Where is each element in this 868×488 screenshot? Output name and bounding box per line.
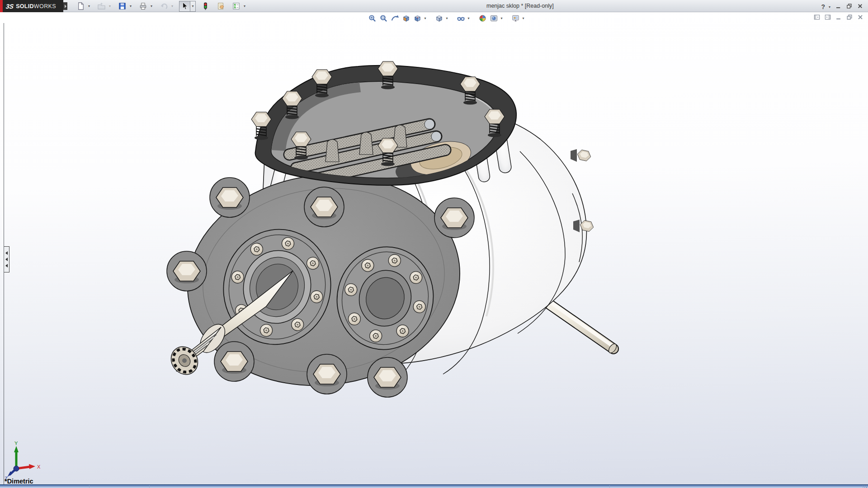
triad-y-label: Y bbox=[14, 441, 18, 446]
brand-works-text: WORKS bbox=[34, 3, 56, 9]
save-button[interactable] bbox=[117, 1, 128, 12]
view-orientation-label: *Dimetric bbox=[5, 478, 33, 485]
undo-dropdown[interactable]: ▾ bbox=[170, 1, 175, 12]
menu-expand-arrow-icon[interactable] bbox=[63, 2, 67, 10]
rebuild-group bbox=[200, 1, 211, 12]
undo-button[interactable] bbox=[158, 1, 170, 12]
print-button[interactable] bbox=[137, 1, 149, 12]
select-tool-group: ▾ bbox=[179, 1, 196, 12]
help-button[interactable]: ? bbox=[821, 3, 826, 10]
save-group: ▾ bbox=[117, 1, 133, 12]
select-tool-button[interactable] bbox=[179, 1, 190, 12]
options-button[interactable] bbox=[231, 1, 242, 12]
print-dropdown[interactable]: ▾ bbox=[149, 1, 154, 12]
window-title: menjac sklop * [Read-only] bbox=[486, 3, 554, 9]
brand-red-stripe bbox=[0, 0, 3, 12]
gearbox-assembly[interactable] bbox=[165, 61, 618, 401]
file-properties-button[interactable] bbox=[215, 1, 226, 12]
new-document-dropdown[interactable]: ▾ bbox=[86, 1, 92, 12]
logo-3s-icon: 3S bbox=[5, 3, 14, 10]
solidworks-logo: 3S SOLIDWORKS bbox=[0, 0, 63, 12]
window-close-button[interactable] bbox=[855, 2, 864, 11]
collapse-arrow-icon bbox=[5, 251, 8, 255]
options-dropdown[interactable]: ▾ bbox=[242, 1, 247, 12]
window-controls: ? ▾ bbox=[821, 1, 864, 12]
collapse-arrow-icon bbox=[5, 264, 8, 267]
window-minimize-button[interactable] bbox=[834, 2, 843, 11]
status-bar bbox=[0, 484, 868, 488]
resize-grip-icon bbox=[863, 485, 867, 488]
feature-manager-collapsed-tab[interactable] bbox=[4, 246, 9, 272]
titlebar: 3S SOLIDWORKS ▾ ▾ ▾ ▾ ▾ ▾ bbox=[0, 0, 868, 12]
select-tool-dropdown[interactable]: ▾ bbox=[190, 1, 196, 12]
gearbox-model[interactable] bbox=[0, 12, 868, 484]
window-restore-button[interactable] bbox=[844, 2, 854, 11]
triad-x-label: X bbox=[37, 464, 41, 469]
file-properties-group bbox=[215, 1, 226, 12]
save-dropdown[interactable]: ▾ bbox=[128, 1, 133, 12]
print-group: ▾ bbox=[137, 1, 154, 12]
rebuild-button[interactable] bbox=[200, 1, 211, 12]
open-document-group: ▾ bbox=[96, 1, 113, 12]
new-document-button[interactable] bbox=[75, 1, 86, 12]
reference-triad: Y X Z bbox=[3, 441, 52, 481]
3d-viewport[interactable]: ▾ ▾ ▾ ▾ ▾ bbox=[0, 12, 868, 488]
open-document-button[interactable] bbox=[96, 1, 107, 12]
new-document-group: ▾ bbox=[75, 1, 92, 12]
undo-group: ▾ bbox=[158, 1, 175, 12]
main-toolbar: ▾ ▾ ▾ ▾ ▾ ▾ bbox=[75, 0, 251, 12]
options-group: ▾ bbox=[231, 1, 247, 12]
help-dropdown[interactable]: ▾ bbox=[827, 1, 832, 12]
open-document-dropdown[interactable]: ▾ bbox=[107, 1, 113, 12]
collapse-arrow-icon bbox=[5, 258, 8, 261]
brand-solid-text: SOLID bbox=[16, 3, 34, 9]
